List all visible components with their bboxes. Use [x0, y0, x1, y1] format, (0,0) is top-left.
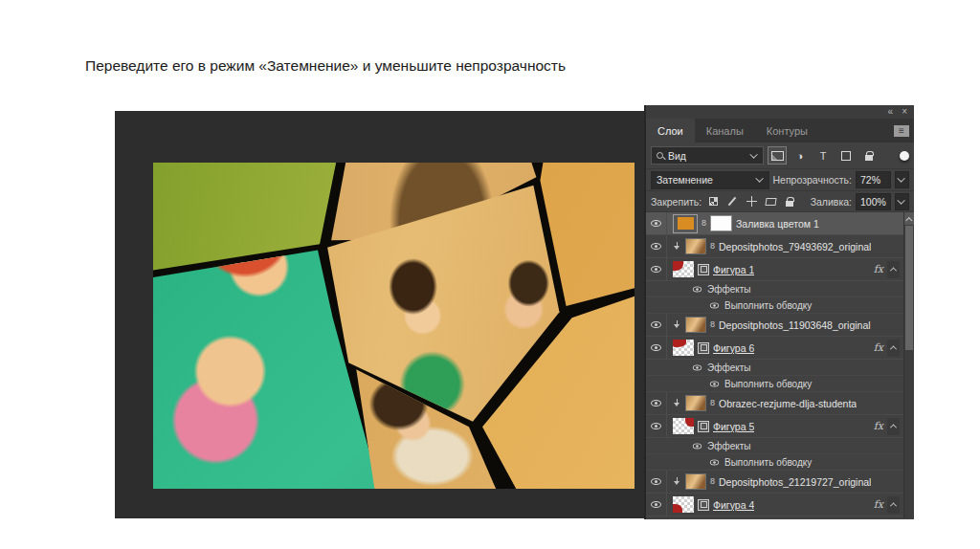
- eye-icon: [651, 266, 661, 273]
- shape-icon: [841, 151, 851, 161]
- fill-input[interactable]: 100%: [856, 193, 891, 210]
- effects-row[interactable]: Эффекты: [646, 281, 903, 297]
- scrollbar-thumb[interactable]: [905, 226, 913, 350]
- layer-name[interactable]: Фигура 4: [713, 499, 754, 511]
- visibility-toggle[interactable]: [646, 258, 667, 280]
- lock-transparency-button[interactable]: [705, 194, 721, 209]
- layer-name[interactable]: Obrazec-rezjume-dlja-studenta: [719, 398, 857, 409]
- fx-icon: fx: [874, 498, 883, 511]
- fx-icon: fx: [874, 263, 883, 275]
- layer-thumbnail[interactable]: [673, 261, 694, 277]
- visibility-toggle[interactable]: [646, 314, 667, 336]
- eye-icon: [651, 321, 661, 328]
- link-icon: 8: [710, 399, 715, 407]
- filter-smart-objects-button[interactable]: [859, 146, 879, 165]
- effect-item-row[interactable]: Выполнить обводку: [646, 454, 903, 471]
- layer-row[interactable]: Фигура 5fx: [646, 415, 903, 438]
- checkerboard-icon: [709, 197, 718, 206]
- lock-pixels-button[interactable]: [724, 194, 740, 209]
- collapse-effects-button[interactable]: [887, 340, 900, 357]
- opacity-label: Непрозрачность:: [773, 174, 853, 186]
- layer-name[interactable]: Фигура 1: [713, 264, 754, 275]
- filter-shape-layers-button[interactable]: [836, 146, 856, 165]
- collapse-panel-icon[interactable]: «: [888, 107, 894, 117]
- layer-row[interactable]: Фигура 1fx: [646, 258, 903, 281]
- lock-all-button[interactable]: [782, 194, 797, 209]
- visibility-toggle[interactable]: [646, 235, 667, 257]
- layer-row[interactable]: 8Obrazec-rezjume-dlja-studenta: [646, 392, 903, 415]
- tab-paths[interactable]: Контуры: [755, 119, 819, 143]
- layer-thumbnail[interactable]: [685, 238, 706, 254]
- layer-name[interactable]: Заливка цветом 1: [736, 218, 819, 230]
- layer-thumbnail[interactable]: [673, 340, 694, 356]
- layer-thumbnail[interactable]: [685, 395, 706, 411]
- layers-panel: « × Слои Каналы Контуры ≡ Вид ◑ T: [644, 105, 914, 519]
- layer-row[interactable]: Фигура 4fx: [646, 494, 903, 516]
- smart-object-icon: [865, 155, 873, 161]
- collapse-effects-button[interactable]: [887, 418, 900, 435]
- layer-row[interactable]: 8Заливка цветом 1: [646, 212, 903, 235]
- tab-channels[interactable]: Каналы: [695, 119, 755, 143]
- layer-mask-thumbnail[interactable]: [710, 215, 732, 231]
- image-icon: [771, 151, 784, 161]
- layer-name[interactable]: Depositphotos_79493692_original: [719, 241, 871, 253]
- visibility-toggle[interactable]: [646, 212, 667, 234]
- chevron-up-icon: [890, 502, 897, 509]
- filter-kind-select[interactable]: Вид: [651, 146, 764, 165]
- clipping-mask-icon: [673, 242, 681, 252]
- layer-thumbnail[interactable]: [685, 473, 706, 490]
- filter-pixel-layers-button[interactable]: [768, 146, 787, 165]
- layer-row[interactable]: Фигура 6fx: [646, 337, 903, 360]
- layer-name[interactable]: Фигура 5: [713, 421, 754, 432]
- visibility-toggle[interactable]: [646, 494, 667, 516]
- brush-icon: [728, 197, 737, 207]
- blend-row: Затемнение Непрозрачность: 72%: [646, 169, 914, 191]
- fill-swatch-thumbnail[interactable]: [673, 214, 698, 233]
- slide: Переведите его в режим «Затемнение» и ум…: [0, 0, 980, 549]
- layer-thumbnail[interactable]: [673, 418, 694, 434]
- layer-row[interactable]: 8Depositphotos_21219727_original: [646, 471, 903, 494]
- effects-row[interactable]: Эффекты: [646, 438, 903, 454]
- artboard-icon: [765, 198, 776, 206]
- vector-mask-icon: [698, 421, 709, 432]
- effect-item-row[interactable]: Выполнить обводку: [646, 376, 903, 392]
- filter-adjustment-layers-button[interactable]: ◑: [791, 146, 810, 165]
- panel-menu-icon[interactable]: ≡: [894, 125, 909, 137]
- tab-layers[interactable]: Слои: [646, 119, 695, 143]
- chevron-up-icon: [890, 345, 897, 352]
- visibility-toggle[interactable]: [646, 392, 667, 414]
- effect-item-row[interactable]: Выполнить обводку: [646, 297, 903, 314]
- filter-type-layers-button[interactable]: T: [813, 146, 833, 165]
- opacity-dropdown-button[interactable]: [895, 171, 909, 188]
- visibility-toggle[interactable]: [646, 337, 667, 359]
- lock-position-button[interactable]: [744, 194, 759, 209]
- scrollbar[interactable]: [903, 212, 914, 518]
- layer-name[interactable]: Фигура 6: [713, 342, 754, 354]
- blend-mode-select[interactable]: Затемнение: [651, 171, 769, 189]
- scroll-up-icon[interactable]: [904, 212, 914, 225]
- document-canvas[interactable]: [115, 111, 644, 518]
- layer-name[interactable]: Depositphotos_11903648_original: [719, 319, 871, 331]
- lock-artboard-button[interactable]: [763, 194, 778, 209]
- opacity-input[interactable]: 72%: [856, 171, 891, 188]
- collage-image: [153, 163, 635, 489]
- layer-thumbnail[interactable]: [685, 317, 706, 333]
- visibility-toggle[interactable]: [646, 471, 667, 493]
- effects-row[interactable]: Эффекты: [646, 360, 903, 376]
- close-panel-icon[interactable]: ×: [902, 107, 907, 117]
- eye-icon: [710, 381, 719, 386]
- chevron-down-icon: [755, 174, 763, 182]
- layer-name[interactable]: Depositphotos_21219727_original: [719, 476, 871, 488]
- layer-thumbnail[interactable]: [673, 496, 694, 513]
- eye-icon: [693, 443, 702, 449]
- collapse-effects-button[interactable]: [887, 496, 900, 514]
- collapse-effects-button[interactable]: [887, 261, 900, 278]
- effects-row[interactable]: Эффекты: [646, 516, 903, 518]
- layer-row[interactable]: 8Depositphotos_79493692_original: [646, 235, 903, 258]
- filter-toggle-light[interactable]: [900, 151, 909, 161]
- visibility-toggle[interactable]: [646, 415, 667, 437]
- eye-icon: [651, 501, 661, 508]
- fill-dropdown-button[interactable]: [895, 193, 909, 210]
- layer-row[interactable]: 8Depositphotos_11903648_original: [646, 314, 903, 337]
- effect-label: Эффекты: [707, 284, 750, 295]
